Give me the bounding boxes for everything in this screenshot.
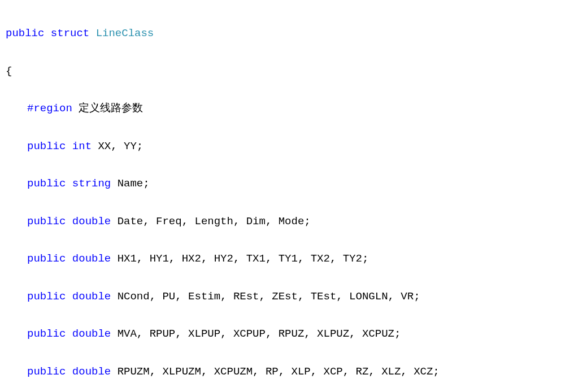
keyword-public: public: [27, 328, 66, 340]
keyword-string: string: [72, 177, 111, 190]
keyword-public: public: [27, 215, 66, 228]
field-decl: public string Name;: [6, 175, 559, 193]
field-names: Date, Freq, Length, Dim, Mode;: [111, 215, 310, 228]
keyword-public: public: [6, 27, 44, 40]
code-block: public struct LineClass { #region 定义线路参数…: [6, 6, 559, 392]
keyword-double: double: [72, 290, 111, 303]
region-label: 定义线路参数: [72, 102, 143, 115]
region-start: #region 定义线路参数: [6, 99, 559, 118]
field-names: XX, YY;: [92, 140, 143, 153]
brace-open: {: [6, 62, 559, 81]
field-names: NCond, PU, Estim, REst, ZEst, TEst, LONG…: [111, 290, 420, 303]
keyword-public: public: [27, 177, 66, 190]
keyword-double: double: [72, 365, 111, 378]
keyword-double: double: [72, 328, 111, 340]
keyword-struct: struct: [51, 27, 89, 40]
keyword-public: public: [27, 140, 66, 153]
field-decl: public double NCond, PU, Estim, REst, ZE…: [6, 288, 559, 306]
keyword-double: double: [72, 215, 111, 228]
field-names: MVA, RPUP, XLPUP, XCPUP, RPUZ, XLPUZ, XC…: [111, 328, 401, 340]
keyword-public: public: [27, 252, 66, 265]
keyword-public: public: [27, 365, 66, 378]
field-decl: public double RPUZM, XLPUZM, XCPUZM, RP,…: [6, 363, 559, 381]
field-decl: public double HX1, HY1, HX2, HY2, TX1, T…: [6, 250, 559, 268]
type-name: LineClass: [96, 27, 154, 40]
keyword-int: int: [72, 140, 92, 153]
field-names: HX1, HY1, HX2, HY2, TX1, TY1, TX2, TY2;: [111, 252, 368, 265]
field-decl: public double MVA, RPUP, XLPUP, XCPUP, R…: [6, 325, 559, 343]
keyword-public: public: [27, 290, 66, 303]
field-decl: public int XX, YY;: [6, 137, 559, 156]
keyword-double: double: [72, 252, 111, 265]
region-keyword: #region: [27, 102, 72, 115]
field-decl: public double Date, Freq, Length, Dim, M…: [6, 212, 559, 231]
field-names: Name;: [111, 177, 149, 190]
struct-decl: public struct LineClass: [6, 24, 559, 43]
field-names: RPUZM, XLPUZM, XCPUZM, RP, XLP, XCP, RZ,…: [111, 365, 440, 378]
